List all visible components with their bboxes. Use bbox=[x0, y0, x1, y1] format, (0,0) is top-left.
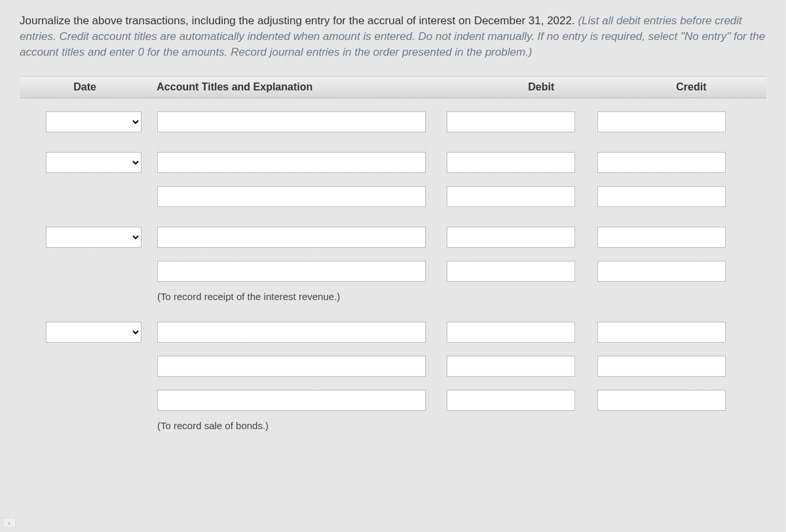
debit-input[interactable] bbox=[447, 152, 575, 173]
debit-input[interactable] bbox=[447, 356, 575, 377]
debit-input[interactable] bbox=[447, 186, 575, 207]
debit-cell bbox=[447, 227, 597, 282]
credit-input[interactable] bbox=[597, 227, 726, 248]
account-cell bbox=[151, 322, 447, 411]
credit-input[interactable] bbox=[597, 356, 726, 377]
credit-cell bbox=[597, 152, 748, 207]
date-select[interactable] bbox=[46, 322, 141, 343]
account-title-input[interactable] bbox=[157, 390, 426, 411]
date-select[interactable] bbox=[46, 152, 141, 173]
credit-cell bbox=[597, 111, 748, 132]
header-account: Account Titles and Explanation bbox=[150, 81, 466, 93]
entry-group bbox=[20, 152, 766, 207]
debit-input[interactable] bbox=[447, 390, 575, 411]
entry-group: (To record sale of bonds.) bbox=[20, 322, 766, 431]
credit-input[interactable] bbox=[597, 111, 726, 132]
credit-input[interactable] bbox=[597, 152, 726, 173]
account-title-input[interactable] bbox=[157, 152, 426, 173]
credit-input[interactable] bbox=[597, 390, 726, 411]
date-select[interactable] bbox=[46, 111, 141, 132]
entry-row bbox=[20, 111, 766, 132]
account-cell bbox=[151, 152, 447, 207]
debit-input[interactable] bbox=[447, 261, 575, 282]
table-body: (To record receipt of the interest reven… bbox=[20, 98, 766, 431]
credit-cell bbox=[597, 227, 748, 282]
debit-cell bbox=[447, 152, 597, 207]
date-cell bbox=[20, 152, 151, 173]
header-debit: Debit bbox=[466, 81, 616, 93]
date-cell bbox=[20, 227, 151, 248]
account-cell bbox=[151, 111, 447, 132]
scroll-left-icon[interactable]: ‹ bbox=[3, 518, 16, 528]
header-date: Date bbox=[20, 81, 150, 93]
header-credit: Credit bbox=[616, 81, 766, 93]
date-select[interactable] bbox=[46, 227, 141, 248]
date-cell bbox=[20, 111, 151, 132]
account-title-input[interactable] bbox=[157, 322, 426, 343]
debit-input[interactable] bbox=[447, 322, 575, 343]
credit-input[interactable] bbox=[597, 322, 726, 343]
account-cell bbox=[151, 227, 447, 282]
debit-cell bbox=[447, 111, 597, 132]
credit-cell bbox=[597, 322, 748, 411]
instruction-plain: Journalize the above transactions, inclu… bbox=[20, 14, 578, 27]
account-title-input[interactable] bbox=[157, 227, 426, 248]
credit-input[interactable] bbox=[597, 186, 726, 207]
table-header-row: Date Account Titles and Explanation Debi… bbox=[20, 76, 766, 98]
debit-input[interactable] bbox=[447, 111, 575, 132]
entry-caption: (To record receipt of the interest reven… bbox=[20, 291, 766, 302]
debit-cell bbox=[447, 322, 597, 411]
entry-row bbox=[20, 152, 766, 207]
entry-group bbox=[20, 111, 766, 132]
entry-caption: (To record sale of bonds.) bbox=[20, 420, 766, 431]
debit-input[interactable] bbox=[447, 227, 575, 248]
account-title-input[interactable] bbox=[157, 186, 426, 207]
instruction-text: Journalize the above transactions, inclu… bbox=[20, 13, 766, 60]
entry-row bbox=[20, 322, 766, 411]
account-title-input[interactable] bbox=[157, 111, 426, 132]
journal-entry-table: Date Account Titles and Explanation Debi… bbox=[20, 76, 766, 431]
account-title-input[interactable] bbox=[157, 356, 426, 377]
credit-input[interactable] bbox=[597, 261, 726, 282]
entry-group: (To record receipt of the interest reven… bbox=[20, 227, 766, 302]
date-cell bbox=[20, 322, 151, 343]
entry-row bbox=[20, 227, 766, 282]
account-title-input[interactable] bbox=[157, 261, 426, 282]
